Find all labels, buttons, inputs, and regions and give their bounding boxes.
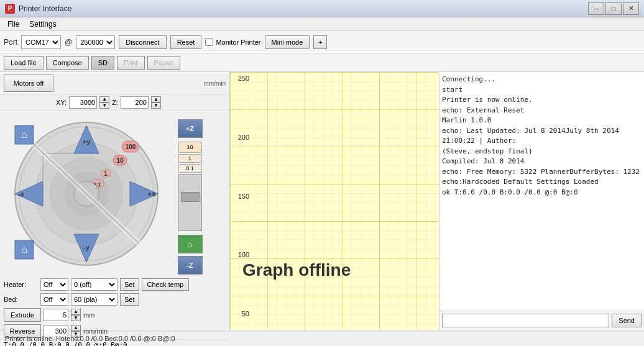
svg-text:100: 100 bbox=[126, 143, 136, 150]
svg-text:-x: -x bbox=[18, 190, 25, 198]
mmmin-label: mm/min bbox=[203, 80, 226, 87]
xy-label: XY: bbox=[56, 99, 67, 106]
bed-row: Bed: Off On 60 (pla) Set bbox=[4, 293, 226, 306]
at-label: @ bbox=[65, 38, 72, 47]
y-label-150: 150 bbox=[238, 193, 249, 200]
bed-state-select[interactable]: Off On bbox=[40, 293, 68, 306]
svg-text:+x: +x bbox=[148, 190, 156, 198]
z-down-button[interactable]: ▼ bbox=[151, 102, 161, 109]
monitor-printer-label: Monitor Printer bbox=[205, 38, 260, 46]
second-toolbar: Load file Compose SD Print Pause bbox=[0, 53, 644, 72]
baud-select[interactable]: 250000 bbox=[76, 35, 115, 49]
console-line-4: echo: External Reset bbox=[442, 106, 642, 116]
y-label-200: 200 bbox=[238, 134, 249, 141]
window-title: Printer Interface bbox=[19, 4, 588, 13]
status-text: Printer is online. Hotend:0.0 /0.0 Bed:0… bbox=[5, 335, 175, 342]
xy-value-input[interactable] bbox=[69, 96, 97, 109]
heater-set-button[interactable]: Set bbox=[120, 278, 139, 291]
z-value-input[interactable] bbox=[121, 96, 149, 109]
graph-y-axis: 250 200 150 100 50 bbox=[230, 72, 252, 317]
plus-button[interactable]: + bbox=[313, 35, 327, 49]
menu-settings[interactable]: Settings bbox=[24, 19, 61, 30]
close-button[interactable]: ✕ bbox=[623, 2, 639, 15]
graph-svg bbox=[230, 72, 439, 330]
load-file-button[interactable]: Load file bbox=[4, 56, 44, 70]
extrude-value-input[interactable] bbox=[44, 309, 68, 321]
console-output: Connecting... start Printer is now onlin… bbox=[439, 72, 644, 311]
disconnect-button[interactable]: Disconnect bbox=[119, 35, 166, 49]
heater-value-select[interactable]: 0 (off) bbox=[71, 278, 117, 291]
send-command-input[interactable] bbox=[442, 314, 609, 327]
check-temp-button[interactable]: Check temp bbox=[142, 278, 190, 291]
svg-text:-y: -y bbox=[83, 244, 90, 251]
y-label-250: 250 bbox=[238, 75, 249, 82]
xy-up-button[interactable]: ▲ bbox=[99, 96, 109, 102]
reverse-unit: mm/min bbox=[83, 327, 108, 335]
svg-rect-25 bbox=[230, 72, 439, 330]
svg-text:1: 1 bbox=[104, 170, 108, 177]
y-label-50: 50 bbox=[242, 310, 249, 317]
bed-label: Bed: bbox=[4, 296, 38, 303]
send-row: Send bbox=[439, 311, 644, 330]
motors-off-button[interactable]: Motors off bbox=[4, 75, 53, 92]
pause-button[interactable]: Pause bbox=[147, 56, 180, 70]
jog-minus-z-button[interactable]: -Z bbox=[178, 256, 203, 275]
jog-z-home-button[interactable]: ⌂ bbox=[178, 235, 203, 253]
jogging-area: 100 10 1 bbox=[0, 111, 229, 277]
graph-area: 250 200 150 100 50 Graph offline bbox=[230, 72, 439, 330]
extrude-button[interactable]: Extrude bbox=[4, 308, 41, 322]
y-label-100: 100 bbox=[238, 251, 249, 258]
bed-value-select[interactable]: 60 (pla) bbox=[71, 293, 117, 306]
main-toolbar: Port COM17 @ 250000 Disconnect Reset Mon… bbox=[0, 31, 644, 53]
heater-state-select[interactable]: Off On bbox=[40, 278, 68, 291]
port-label: Port bbox=[4, 38, 17, 47]
title-bar: P Printer Interface ─ □ ✕ bbox=[0, 0, 644, 17]
heater-row: Heater: Off On 0 (off) Set Check temp bbox=[4, 278, 226, 291]
console-line-9: echo: Free Memory: 5322 PlannerBufferByt… bbox=[442, 167, 642, 178]
sd-button[interactable]: SD bbox=[91, 56, 114, 70]
z-step-10-button[interactable]: 10 bbox=[178, 142, 202, 153]
xy-down-button[interactable]: ▼ bbox=[99, 102, 109, 109]
xy-jog-pad: 100 10 1 bbox=[2, 113, 170, 275]
svg-text:+y: +y bbox=[83, 138, 91, 145]
console-panel: Connecting... start Printer is now onlin… bbox=[439, 72, 644, 330]
z-step-1-button[interactable]: 1 bbox=[178, 154, 202, 163]
svg-text:⌂: ⌂ bbox=[21, 244, 27, 255]
console-line-11: ok T:0.0 /0.0 B:0.0 /0.0 @:0 B@:0 bbox=[442, 188, 642, 198]
svg-text:10: 10 bbox=[116, 157, 124, 164]
window-controls: ─ □ ✕ bbox=[588, 2, 639, 15]
console-line-6: echo: Last Updated: Jul 8 2014July 8th 2… bbox=[442, 126, 642, 147]
extrude-up[interactable]: ▲ bbox=[71, 309, 81, 315]
z-step-01-button[interactable]: 0.1 bbox=[178, 164, 202, 173]
mini-mode-button[interactable]: Mini mode bbox=[265, 35, 310, 49]
z-label: Z: bbox=[112, 99, 118, 106]
menu-file[interactable]: File bbox=[2, 19, 24, 30]
minimize-button[interactable]: ─ bbox=[588, 2, 604, 15]
console-line-1: Connecting... bbox=[442, 75, 642, 85]
reset-button[interactable]: Reset bbox=[170, 35, 202, 49]
console-line-5: Marlin 1.0.0 bbox=[442, 116, 642, 126]
console-line-2: start bbox=[442, 85, 642, 96]
monitor-printer-text: Monitor Printer bbox=[216, 39, 260, 46]
port-select[interactable]: COM17 bbox=[21, 35, 61, 49]
maximize-button[interactable]: □ bbox=[605, 2, 622, 15]
left-panel: Motors off mm/min XY: ▲ ▼ Z: ▲ ▼ bbox=[0, 72, 230, 330]
bed-set-button[interactable]: Set bbox=[120, 293, 139, 306]
monitor-printer-checkbox[interactable] bbox=[205, 38, 213, 46]
menu-bar: File Settings bbox=[0, 17, 644, 31]
compose-button[interactable]: Compose bbox=[46, 56, 89, 70]
heater-label: Heater: bbox=[4, 281, 38, 288]
extrude-row: Extrude ▲▼ mm bbox=[4, 308, 226, 322]
graph-offline-label: Graph offline bbox=[242, 260, 351, 280]
extrude-unit: mm bbox=[83, 311, 94, 319]
z-up-button[interactable]: ▲ bbox=[151, 96, 161, 102]
reverse-up[interactable]: ▲ bbox=[71, 325, 81, 331]
send-button[interactable]: Send bbox=[612, 314, 642, 327]
extrude-down[interactable]: ▼ bbox=[71, 315, 81, 321]
jog-plus-z-button[interactable]: +Z bbox=[178, 119, 203, 138]
svg-text:⌂: ⌂ bbox=[21, 129, 27, 140]
app-icon: P bbox=[5, 4, 15, 14]
print-button[interactable]: Print bbox=[117, 56, 145, 70]
console-line-10: echo:Hardcoded Default Settings Loaded bbox=[442, 177, 642, 188]
bottom-controls: Heater: Off On 0 (off) Set Check temp Be… bbox=[0, 277, 229, 339]
